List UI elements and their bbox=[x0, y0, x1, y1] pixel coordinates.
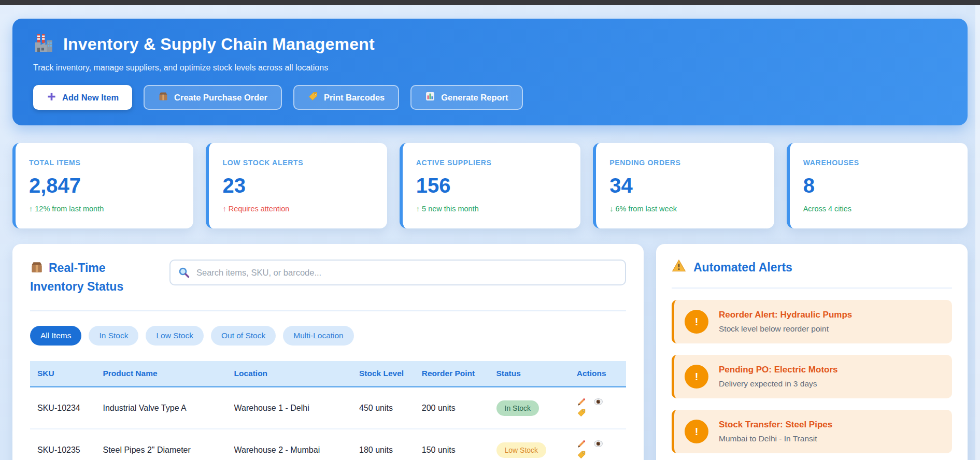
chart-icon bbox=[425, 91, 435, 104]
create-purchase-order-button[interactable]: Create Purchase Order bbox=[144, 85, 282, 110]
alert-title: Pending PO: Electric Motors bbox=[719, 365, 838, 375]
alert-item: ! Pending PO: Electric Motors Delivery e… bbox=[672, 355, 952, 398]
tag-icon bbox=[308, 91, 318, 104]
status-badge: Low Stock bbox=[496, 442, 547, 458]
stat-cards-row: TOTAL ITEMS 2,847 ↑ 12% from last month … bbox=[12, 143, 968, 228]
hero-actions: Add New Item Create Purchase Order bbox=[33, 85, 947, 110]
column-header-reorder-point: Reorder Point bbox=[415, 361, 489, 387]
alert-exclamation-icon: ! bbox=[685, 365, 708, 389]
column-header-product-name: Product Name bbox=[96, 361, 227, 387]
search-input[interactable] bbox=[169, 260, 626, 285]
location-cell: Warehouse 2 - Mumbai bbox=[227, 429, 352, 460]
stat-value: 23 bbox=[222, 175, 373, 196]
stat-trend: ↓ 6% from last week bbox=[609, 205, 760, 213]
product-cell: Industrial Valve Type A bbox=[96, 387, 227, 429]
inventory-table: SKU Product Name Location Stock Level Re… bbox=[30, 361, 626, 460]
stat-trend: Across 4 cities bbox=[803, 205, 954, 213]
stat-value: 34 bbox=[609, 175, 760, 196]
package-icon bbox=[30, 261, 44, 278]
sku-cell: SKU-10234 bbox=[30, 387, 96, 429]
edit-pencil-icon[interactable] bbox=[577, 397, 586, 408]
inventory-panel-title: Real-Time Inventory Status bbox=[30, 260, 147, 295]
alert-subtitle: Stock level below reorder point bbox=[719, 324, 852, 334]
stat-label: WAREHOUSES bbox=[803, 159, 954, 167]
label-tag-icon[interactable] bbox=[577, 450, 586, 460]
location-cell: Warehouse 1 - Delhi bbox=[227, 387, 352, 429]
column-header-actions: Actions bbox=[570, 361, 626, 387]
stat-label: LOW STOCK ALERTS bbox=[222, 159, 373, 167]
actions-cell bbox=[570, 387, 626, 429]
edit-pencil-icon[interactable] bbox=[577, 439, 586, 450]
alert-item: ! Reorder Alert: Hydraulic Pumps Stock l… bbox=[672, 300, 952, 343]
column-header-status: Status bbox=[489, 361, 570, 387]
generate-report-button[interactable]: Generate Report bbox=[410, 85, 522, 110]
alerts-panel: Automated Alerts ! Reorder Alert: Hydrau… bbox=[656, 244, 968, 460]
top-bar bbox=[0, 0, 980, 5]
plus-icon bbox=[47, 92, 56, 104]
stock-cell: 450 units bbox=[352, 387, 415, 429]
divider bbox=[672, 288, 952, 289]
stock-cell: 180 units bbox=[352, 429, 415, 460]
table-row: SKU-10235 Steel Pipes 2" Diameter Wareho… bbox=[30, 429, 626, 460]
scrollbar[interactable] bbox=[975, 5, 980, 460]
column-header-stock-level: Stock Level bbox=[352, 361, 415, 387]
filter-all-items[interactable]: All Items bbox=[30, 326, 81, 346]
package-icon bbox=[158, 91, 168, 104]
alert-subtitle: Mumbai to Delhi - In Transit bbox=[719, 434, 832, 443]
table-row: SKU-10234 Industrial Valve Type A Wareho… bbox=[30, 387, 626, 429]
page-subtitle: Track inventory, manage suppliers, and o… bbox=[33, 63, 947, 73]
filter-multi-location[interactable]: Multi-Location bbox=[283, 326, 354, 346]
stat-card-low-stock-alerts: LOW STOCK ALERTS 23 ↑ Requires attention bbox=[206, 143, 387, 228]
divider bbox=[30, 310, 626, 311]
label-tag-icon[interactable] bbox=[577, 408, 586, 419]
sku-cell: SKU-10235 bbox=[30, 429, 96, 460]
column-header-sku: SKU bbox=[30, 361, 96, 387]
alert-subtitle: Delivery expected in 3 days bbox=[719, 379, 838, 389]
stat-card-total-items: TOTAL ITEMS 2,847 ↑ 12% from last month bbox=[12, 143, 193, 228]
page: Inventory & Supply Chain Management Trac… bbox=[0, 5, 980, 460]
filter-out-of-stock[interactable]: Out of Stock bbox=[211, 326, 276, 346]
stat-card-pending-orders: PENDING ORDERS 34 ↓ 6% from last week bbox=[593, 143, 774, 228]
stat-label: ACTIVE SUPPLIERS bbox=[416, 159, 567, 167]
table-header-row: SKU Product Name Location Stock Level Re… bbox=[30, 361, 626, 387]
inventory-panel: Real-Time Inventory Status All Items In … bbox=[12, 244, 644, 460]
stat-trend: ↑ 12% from last month bbox=[29, 205, 180, 213]
filter-in-stock[interactable]: In Stock bbox=[89, 326, 138, 346]
reorder-cell: 150 units bbox=[415, 429, 489, 460]
stat-trend: ↑ 5 new this month bbox=[416, 205, 567, 213]
stat-trend: ↑ Requires attention bbox=[222, 205, 373, 213]
product-cell: Steel Pipes 2" Diameter bbox=[96, 429, 227, 460]
stat-label: TOTAL ITEMS bbox=[29, 159, 180, 167]
page-title: Inventory & Supply Chain Management bbox=[63, 35, 375, 54]
stat-value: 156 bbox=[416, 175, 567, 196]
alert-exclamation-icon: ! bbox=[685, 310, 708, 334]
stat-card-warehouses: WAREHOUSES 8 Across 4 cities bbox=[787, 143, 968, 228]
print-barcodes-button[interactable]: Print Barcodes bbox=[293, 85, 399, 110]
alert-item: ! Stock Transfer: Steel Pipes Mumbai to … bbox=[672, 410, 952, 453]
reorder-cell: 200 units bbox=[415, 387, 489, 429]
stat-card-active-suppliers: ACTIVE SUPPLIERS 156 ↑ 5 new this month bbox=[400, 143, 580, 228]
search-icon bbox=[178, 266, 190, 281]
column-header-location: Location bbox=[227, 361, 352, 387]
stat-label: PENDING ORDERS bbox=[609, 159, 760, 167]
stat-value: 8 bbox=[803, 175, 954, 196]
hero-card: Inventory & Supply Chain Management Trac… bbox=[12, 19, 968, 125]
view-eye-icon[interactable] bbox=[593, 397, 603, 408]
actions-cell bbox=[570, 429, 626, 460]
status-badge: In Stock bbox=[496, 400, 539, 416]
alert-title: Reorder Alert: Hydraulic Pumps bbox=[719, 310, 852, 320]
stat-value: 2,847 bbox=[29, 175, 180, 196]
alert-exclamation-icon: ! bbox=[685, 420, 708, 443]
alert-title: Stock Transfer: Steel Pipes bbox=[719, 420, 832, 430]
filter-low-stock[interactable]: Low Stock bbox=[146, 326, 204, 346]
inventory-filters: All Items In Stock Low Stock Out of Stoc… bbox=[30, 326, 626, 346]
view-eye-icon[interactable] bbox=[593, 439, 603, 450]
factory-icon bbox=[33, 32, 55, 56]
alerts-panel-title: Automated Alerts bbox=[672, 258, 952, 276]
warning-icon bbox=[672, 258, 686, 276]
add-new-item-button[interactable]: Add New Item bbox=[33, 85, 132, 110]
